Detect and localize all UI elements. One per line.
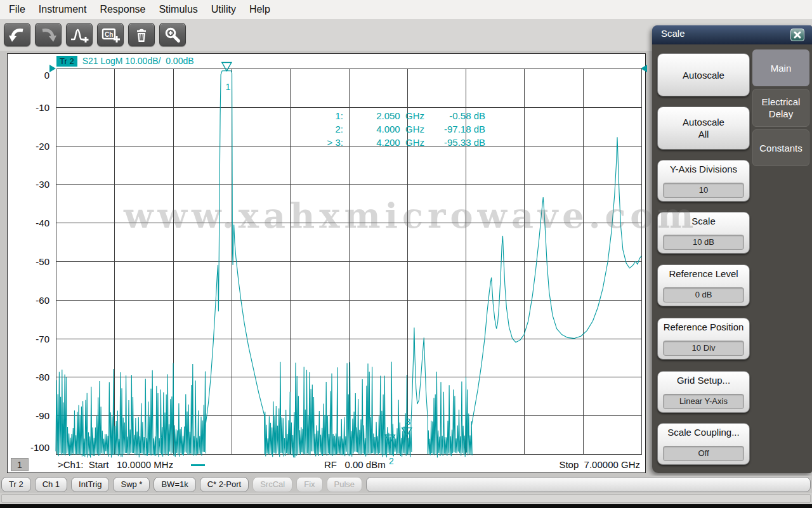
marker-1[interactable]: 1 xyxy=(222,63,232,92)
status-tab-pulse[interactable]: Pulse xyxy=(327,477,363,492)
control-label: Reference Level xyxy=(658,268,749,280)
status-tab-fix[interactable]: Fix xyxy=(296,477,322,492)
control-label: AutoscaleAll xyxy=(658,116,749,140)
menu-item-help[interactable]: Help xyxy=(243,0,277,19)
control-label: Scale xyxy=(658,215,749,227)
control-label-line: Autoscale xyxy=(683,117,724,127)
message-bar xyxy=(0,493,812,504)
control-label: Reference Position xyxy=(658,321,749,333)
y-tick-label: -60 xyxy=(36,294,49,305)
window-bottom-edge xyxy=(0,504,812,508)
y-tick-label: -10 xyxy=(36,101,49,112)
status-tab-ch-1[interactable]: Ch 1 xyxy=(35,477,67,492)
zoom-icon xyxy=(162,26,183,44)
marker-readout-1-freq: 2.050 GHz xyxy=(343,110,424,124)
new-trace-icon xyxy=(69,26,89,44)
marker-readout-2-id: 2: xyxy=(267,124,343,137)
trace-color-key xyxy=(191,464,205,466)
status-tab-inttrig[interactable]: IntTrig xyxy=(71,477,109,492)
y-tick-label: 0 xyxy=(44,70,49,81)
control-label-line: Scale xyxy=(691,216,716,226)
chart-window: Tr 2 S21 LogM 10.00dB/ 0.00dB 0-10-20-30… xyxy=(7,53,646,473)
marker-3-label: 3 xyxy=(405,417,410,427)
control-label: Autoscale xyxy=(658,69,749,81)
control-value[interactable]: 10 xyxy=(663,183,744,198)
trace-name-badge[interactable]: Tr 2 xyxy=(56,56,77,67)
y-tick-label: -90 xyxy=(36,410,49,421)
status-tab-c-2-port[interactable]: C* 2-Port xyxy=(200,477,249,492)
scale-control-scale-coupling-[interactable]: Scale Coupling...Off xyxy=(657,423,750,465)
menu-item-instrument[interactable]: Instrument xyxy=(32,0,93,19)
new-trace-button[interactable] xyxy=(66,23,93,46)
undo-button[interactable] xyxy=(4,23,30,46)
menu-item-file[interactable]: File xyxy=(3,0,32,19)
scale-control-autoscale[interactable]: Autoscale xyxy=(657,53,750,96)
redo-icon xyxy=(38,26,58,44)
panel-tab-label: Electrical Delay xyxy=(753,96,809,120)
reference-position-indicator-left[interactable] xyxy=(49,65,56,72)
redo-button[interactable] xyxy=(35,23,62,46)
marker-readout-3-id: > 3: xyxy=(267,137,343,150)
delete-trace-button[interactable] xyxy=(128,23,155,46)
menu-item-stimulus[interactable]: Stimulus xyxy=(152,0,204,19)
control-value[interactable]: Linear Y-Axis xyxy=(663,394,744,409)
status-tab-srccal[interactable]: SrcCal xyxy=(252,477,292,492)
stop-frequency-label: Stop 7.00000 GHz xyxy=(559,459,640,470)
trace-descriptor: S21 LogM 10.00dB/ 0.00dB xyxy=(82,56,194,66)
panel-tab-label: Constants xyxy=(756,142,806,154)
scale-control-reference-level[interactable]: Reference Level0 dB xyxy=(657,264,750,306)
menu-bar: FileInstrumentResponseStimulusUtilityHel… xyxy=(0,0,812,19)
channel-number-badge[interactable]: 1 xyxy=(11,458,29,471)
control-label-line: Reference Level xyxy=(669,268,738,279)
marker-readout-3-value: -95.33 dB xyxy=(424,137,485,150)
marker-readout: 1:2.050 GHz-0.58 dB2:4.000 GHz-97.18 dB>… xyxy=(267,110,485,150)
y-axis-labels: 0-10-20-30-40-50-60-70-80-90-100 xyxy=(24,54,49,474)
control-label-line: All xyxy=(698,129,709,140)
y-tick-label: -30 xyxy=(36,179,49,190)
panel-tab-label: Main xyxy=(767,62,796,74)
status-tab-bw-1k[interactable]: BW=1k xyxy=(154,477,195,492)
control-value[interactable]: 0 dB xyxy=(663,287,744,303)
panel-tab-main[interactable]: Main xyxy=(752,49,809,86)
scale-panel-titlebar: Scale xyxy=(652,25,812,44)
control-label: Grid Setup... xyxy=(658,374,749,386)
scale-control-y-axis-divisions[interactable]: Y-Axis Divisions10 xyxy=(657,160,750,202)
marker-3[interactable]: 3 xyxy=(402,417,412,436)
start-frequency-label: >Ch1: Start 10.0000 MHz xyxy=(58,459,173,470)
menu-item-utility[interactable]: Utility xyxy=(205,0,242,19)
control-label-line: Y-Axis Divisions xyxy=(670,164,737,174)
rf-power-label: RF 0.00 dBm xyxy=(324,459,386,470)
scale-control-reference-position[interactable]: Reference Position10 Div xyxy=(657,318,750,360)
scale-control-autoscale-all[interactable]: AutoscaleAll xyxy=(657,107,750,150)
marker-readout-2-freq: 4.000 GHz xyxy=(343,124,424,137)
new-channel-button[interactable]: Ch xyxy=(97,23,124,46)
panel-tab-constants[interactable]: Constants xyxy=(752,129,809,166)
marker-readout-3-freq: 4.200 GHz xyxy=(343,137,424,150)
menu-item-response[interactable]: Response xyxy=(93,0,152,19)
scale-control-scale[interactable]: Scale10 dB xyxy=(657,212,750,254)
trace-header: Tr 2 S21 LogM 10.00dB/ 0.00dB xyxy=(56,55,194,67)
marker-readout-2-value: -97.18 dB xyxy=(424,124,485,137)
panel-tab-electrical-delay[interactable]: Electrical Delay xyxy=(752,89,809,127)
zoom-button[interactable] xyxy=(159,23,186,46)
y-tick-label: -40 xyxy=(36,218,49,228)
control-label-line: Reference Position xyxy=(664,322,744,332)
y-tick-label: -100 xyxy=(30,442,49,453)
delete-trace-icon xyxy=(131,26,152,44)
control-label-line: Autoscale xyxy=(683,70,724,81)
y-tick-label: -80 xyxy=(36,372,49,382)
control-label-line: Scale Coupling... xyxy=(667,427,739,438)
status-tab-tr-2[interactable]: Tr 2 xyxy=(1,477,31,492)
status-tab-swp-[interactable]: Swp * xyxy=(113,477,150,492)
close-icon[interactable] xyxy=(790,29,804,41)
scale-control-grid-setup-[interactable]: Grid Setup...Linear Y-Axis xyxy=(657,371,750,413)
control-value[interactable]: 10 dB xyxy=(663,235,744,250)
control-label: Y-Axis Divisions xyxy=(658,163,749,175)
control-value[interactable]: Off xyxy=(663,446,744,461)
marker-readout-1-value: -0.58 dB xyxy=(424,110,485,124)
control-value[interactable]: 10 Div xyxy=(663,341,744,356)
status-tab-empty[interactable] xyxy=(366,477,811,492)
message-field xyxy=(1,494,811,503)
y-tick-label: -20 xyxy=(36,140,49,151)
stimulus-info-bar: 1 >Ch1: Start 10.0000 MHz RF 0.00 dBm St… xyxy=(8,453,645,472)
